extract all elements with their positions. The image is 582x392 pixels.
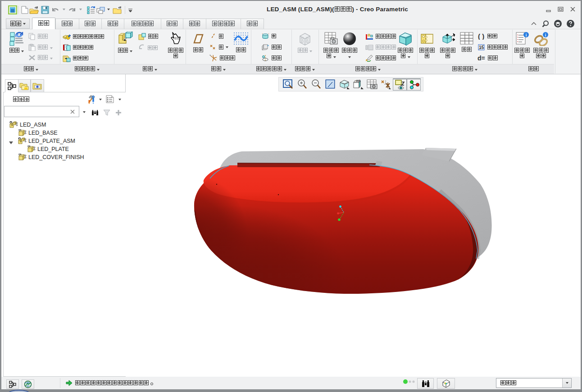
svg-text:( ): ( ) xyxy=(478,33,484,40)
svg-text:15: 15 xyxy=(479,45,484,50)
svg-text:d=: d= xyxy=(477,55,485,62)
svg-text:i: i xyxy=(545,33,546,37)
svg-text:i: i xyxy=(526,33,527,37)
